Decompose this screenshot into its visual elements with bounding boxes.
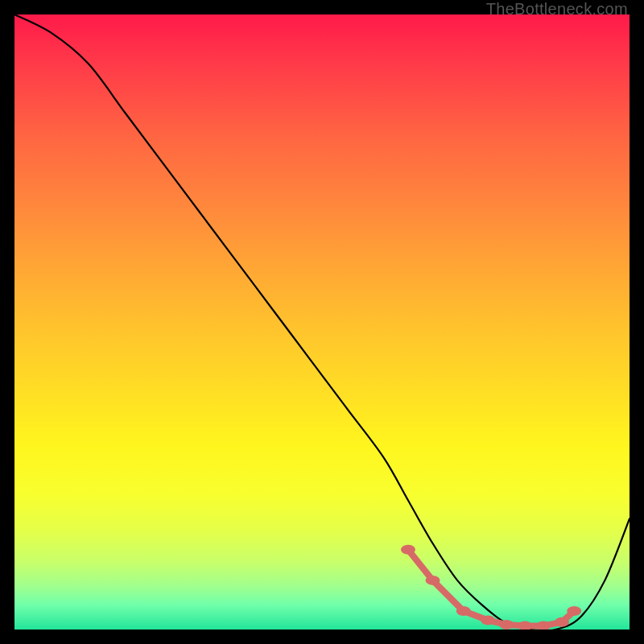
highlight-dot — [426, 576, 440, 585]
highlight-connector — [408, 550, 433, 580]
highlight-dot — [481, 616, 495, 625]
chart-area — [14, 14, 630, 630]
highlight-dot — [401, 545, 415, 555]
highlight-dot — [499, 620, 514, 630]
bottleneck-curve-line — [14, 14, 630, 630]
bottleneck-curve-svg — [14, 14, 630, 630]
highlight-dot — [555, 617, 569, 627]
highlight-marker-group — [401, 545, 581, 630]
highlight-dot — [456, 606, 471, 616]
highlight-dot — [567, 606, 581, 616]
watermark-text: TheBottleneck.com — [486, 0, 628, 19]
highlight-connector — [433, 580, 464, 611]
